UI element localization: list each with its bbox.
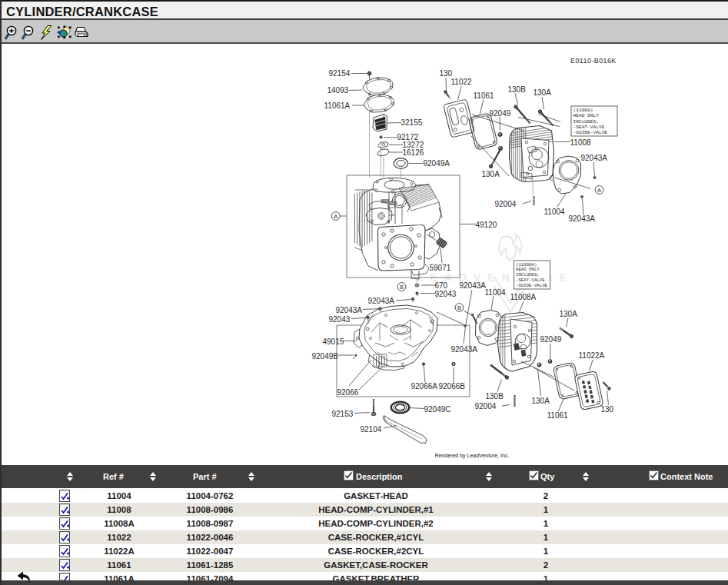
svg-text:49120: 49120 [476, 221, 497, 229]
svg-text:11022A: 11022A [579, 351, 605, 360]
svg-text:A: A [334, 213, 337, 220]
svg-text:92043: 92043 [435, 290, 457, 298]
svg-text:-GUIDE-VALVE: -GUIDE-VALVE [573, 130, 608, 135]
svg-text:11022: 11022 [451, 78, 473, 86]
svg-text:Rendered by LeadVenture, Inc.: Rendered by LeadVenture, Inc. [435, 453, 510, 459]
svg-text:(11008): (11008) [573, 108, 593, 113]
svg-text:130A: 130A [482, 170, 500, 178]
svg-text:92154: 92154 [329, 69, 351, 78]
svg-text:130: 130 [601, 405, 614, 414]
svg-text:32155: 32155 [401, 118, 423, 127]
svg-text:11061: 11061 [474, 91, 495, 100]
svg-text:92049C: 92049C [424, 405, 451, 414]
svg-text:92043A: 92043A [460, 281, 487, 290]
svg-text:11061A: 11061A [324, 101, 351, 110]
svg-text:A: A [597, 187, 601, 194]
svg-text:92043A: 92043A [368, 297, 395, 305]
svg-text:59071: 59071 [430, 264, 451, 272]
svg-text:16126: 16126 [403, 148, 424, 157]
svg-text:49015: 49015 [323, 337, 344, 346]
svg-text:92043A: 92043A [581, 154, 608, 162]
svg-text:130: 130 [440, 69, 453, 78]
svg-text:-GUIDE-VALVE: -GUIDE-VALVE [516, 283, 548, 288]
svg-text:11008A: 11008A [510, 293, 537, 301]
svg-text:92043A: 92043A [336, 306, 363, 314]
svg-text:670: 670 [435, 281, 448, 290]
svg-text:INCLUDES;: INCLUDES; [573, 119, 599, 125]
svg-text:11004: 11004 [485, 288, 507, 297]
svg-text:92004: 92004 [475, 402, 497, 410]
svg-text:92104: 92104 [361, 425, 382, 434]
svg-text:130A: 130A [560, 310, 578, 318]
svg-text:B: B [457, 304, 461, 311]
svg-text:130A: 130A [532, 397, 550, 405]
svg-text:B: B [400, 284, 404, 291]
svg-text:130A: 130A [534, 88, 552, 97]
svg-text:92049A: 92049A [424, 159, 450, 168]
svg-text:92043: 92043 [329, 315, 351, 324]
svg-text:E0110-B016K: E0110-B016K [570, 57, 617, 65]
svg-text:-SEAT-VALVE: -SEAT-VALVE [573, 125, 605, 130]
svg-text:92049: 92049 [490, 109, 511, 118]
svg-text:11008: 11008 [570, 138, 592, 147]
svg-text:14093: 14093 [327, 86, 349, 95]
svg-text:130B: 130B [508, 85, 527, 94]
svg-text:11061: 11061 [547, 411, 569, 420]
svg-text:11004: 11004 [544, 208, 566, 216]
svg-text:92004: 92004 [495, 200, 517, 208]
svg-text:92066A: 92066A [411, 382, 438, 391]
svg-text:92066B: 92066B [439, 382, 466, 391]
svg-text:92043A: 92043A [569, 214, 596, 223]
svg-text:92153: 92153 [332, 410, 354, 418]
svg-text:92049: 92049 [540, 335, 562, 344]
svg-text:92043A: 92043A [451, 345, 478, 354]
svg-text:92066: 92066 [337, 388, 359, 397]
svg-text:HEAD ONLY: HEAD ONLY [573, 113, 600, 118]
svg-text:92049B: 92049B [312, 352, 339, 361]
svg-text:130B: 130B [486, 392, 504, 401]
